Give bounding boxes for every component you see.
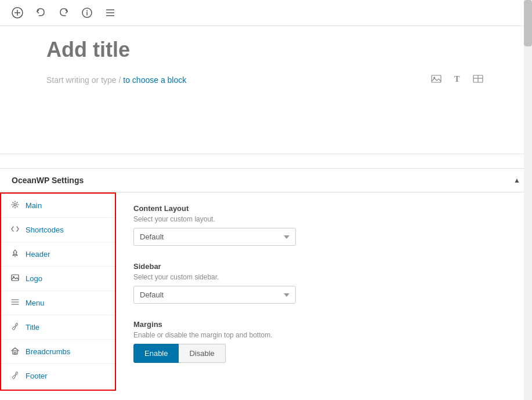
margins-enable-button[interactable]: Enable: [133, 344, 179, 363]
svg-rect-9: [432, 75, 441, 82]
svg-point-15: [14, 203, 16, 206]
text-icon[interactable]: T: [450, 71, 465, 89]
nav-item-shortcodes[interactable]: Shortcodes: [1, 218, 115, 242]
nav-item-title[interactable]: Title: [1, 315, 115, 340]
sidebar-label: Sidebar: [133, 262, 515, 271]
post-title-input[interactable]: [46, 38, 395, 62]
image-icon[interactable]: [429, 71, 444, 89]
margins-disable-button[interactable]: Disable: [179, 344, 225, 363]
nav-item-footer[interactable]: Footer: [1, 364, 115, 388]
sidebar-setting: Sidebar Select your custom sidebar. Defa…: [133, 262, 515, 304]
footer-wrench-icon: [10, 371, 20, 381]
redo-button[interactable]: [56, 5, 72, 21]
add-button[interactable]: [9, 5, 26, 21]
nav-label-shortcodes: Shortcodes: [26, 226, 64, 234]
margins-toggle-group: Enable Disable: [133, 344, 515, 363]
nav-label-main: Main: [26, 201, 42, 210]
undo-button[interactable]: [32, 5, 49, 21]
svg-rect-17: [12, 275, 19, 281]
nav-item-main[interactable]: Main: [1, 194, 115, 218]
wrench-icon: [10, 322, 20, 332]
sidebar-select[interactable]: Default None Left Sidebar Right Sidebar: [133, 286, 296, 304]
gear-icon: [10, 201, 20, 210]
margins-desc: Enable or disable the margin top and bot…: [133, 331, 515, 339]
nav-label-menu: Menu: [26, 299, 45, 307]
nav-label-breadcrumbs: Breadcrumbs: [26, 347, 70, 356]
content-layout-desc: Select your custom layout.: [133, 215, 515, 223]
oceanwp-header[interactable]: OceanWP Settings ▲: [0, 169, 532, 192]
nav-item-logo[interactable]: Logo: [1, 267, 115, 291]
content-layout-label: Content Layout: [133, 204, 515, 213]
settings-nav: Main Shortcodes Header: [0, 192, 116, 391]
scrollbar-thumb[interactable]: [524, 0, 532, 46]
table-icon[interactable]: [471, 71, 486, 89]
editor-area: Start writing or type / to choose a bloc…: [0, 26, 532, 154]
sidebar-desc: Select your custom sidebar.: [133, 273, 515, 281]
choose-block-link[interactable]: to choose a block: [123, 75, 186, 85]
settings-body: Main Shortcodes Header: [0, 192, 532, 391]
nav-item-menu[interactable]: Menu: [1, 291, 115, 315]
nav-item-breadcrumbs[interactable]: Breadcrumbs: [1, 340, 115, 364]
home-icon: [10, 347, 20, 357]
svg-point-5: [86, 10, 88, 12]
menu-icon: [10, 298, 20, 308]
shortcodes-icon: [10, 225, 20, 235]
top-toolbar: [0, 0, 532, 26]
content-layout-select[interactable]: Default Full Width Left Sidebar Right Si…: [133, 228, 296, 246]
more-options-button[interactable]: [102, 5, 118, 21]
nav-item-header[interactable]: Header: [1, 242, 115, 267]
margins-label: Margins: [133, 320, 515, 329]
pin-icon: [10, 249, 20, 259]
nav-label-footer: Footer: [26, 372, 48, 380]
editor-icons: T: [429, 71, 486, 89]
info-button[interactable]: [79, 5, 95, 21]
logo-icon: [10, 274, 20, 283]
editor-placeholder: Start writing or type / to choose a bloc…: [46, 75, 419, 85]
nav-label-header: Header: [26, 250, 50, 259]
oceanwp-section-title: OceanWP Settings: [12, 176, 84, 185]
settings-content: Content Layout Select your custom layout…: [116, 192, 532, 391]
svg-text:T: T: [454, 75, 460, 83]
margins-setting: Margins Enable or disable the margin top…: [133, 320, 515, 363]
nav-label-logo: Logo: [26, 274, 42, 283]
oceanwp-settings-section: OceanWP Settings ▲ Main: [0, 169, 532, 391]
collapse-icon: ▲: [513, 176, 520, 184]
nav-label-title: Title: [26, 323, 39, 332]
scrollbar-track[interactable]: [524, 0, 532, 391]
content-layout-setting: Content Layout Select your custom layout…: [133, 204, 515, 246]
